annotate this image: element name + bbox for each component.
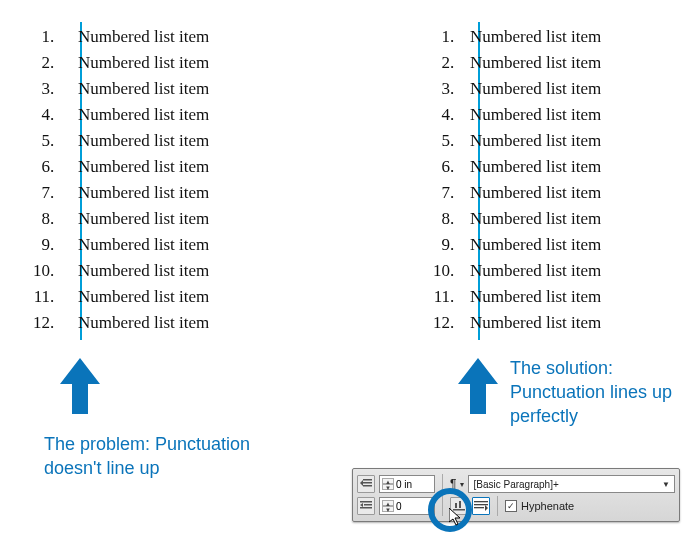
list-item: 1.Numbered list item <box>28 24 209 50</box>
align-to-baseline-icon[interactable] <box>450 497 468 515</box>
first-line-indent-icon[interactable] <box>357 497 375 515</box>
list-number: 5 <box>442 128 451 154</box>
period-icon: . <box>50 50 54 76</box>
list-number: 11 <box>434 284 450 310</box>
up-arrow-icon <box>60 358 100 414</box>
list-text: Numbered list item <box>456 310 601 336</box>
list-text: Numbered list item <box>456 128 601 154</box>
spinner-down-icon[interactable]: ▼ <box>382 506 394 512</box>
list-number: 1 <box>28 24 50 50</box>
chevron-down-icon: ▼ <box>662 480 670 489</box>
list-column-problem: 1.Numbered list item 2.Numbered list ite… <box>28 24 209 336</box>
list-item: 9.Numbered list item <box>28 232 209 258</box>
caption-solution: The solution: Punctuation lines up perfe… <box>510 356 690 428</box>
list-text: Numbered list item <box>64 258 209 284</box>
svg-rect-10 <box>474 504 488 505</box>
left-indent-input[interactable] <box>396 479 432 490</box>
list-text: Numbered list item <box>64 206 209 232</box>
svg-rect-3 <box>360 501 372 503</box>
list-number: 9 <box>28 232 50 258</box>
list-number: 12 <box>433 310 450 336</box>
list-text: Numbered list item <box>456 24 601 50</box>
list-text: Numbered list item <box>456 206 601 232</box>
list-number: 4 <box>442 102 451 128</box>
paragraph-style-name: [Basic Paragraph]+ <box>473 479 558 490</box>
list-item: 4.Numbered list item <box>420 102 601 128</box>
left-indent-icon[interactable] <box>357 475 375 493</box>
list-text: Numbered list item <box>64 76 209 102</box>
list-item: 9.Numbered list item <box>420 232 601 258</box>
svg-rect-11 <box>474 507 484 508</box>
list-number: 1 <box>442 24 451 50</box>
svg-rect-7 <box>455 503 457 508</box>
list-number: 7 <box>442 180 451 206</box>
list-number: 12 <box>28 310 50 336</box>
paragraph-style-select[interactable]: [Basic Paragraph]+ ▼ <box>468 475 675 493</box>
list-item: 1.Numbered list item <box>420 24 601 50</box>
list-text: Numbered list item <box>456 50 601 76</box>
list-number: 11 <box>28 284 50 310</box>
period-icon: . <box>50 258 54 284</box>
svg-rect-6 <box>453 509 465 511</box>
period-icon: . <box>50 102 54 128</box>
list-text: Numbered list item <box>456 284 601 310</box>
list-number: 6 <box>28 154 50 180</box>
list-item: 12.Numbered list item <box>28 310 209 336</box>
list-text: Numbered list item <box>64 310 209 336</box>
list-number: 6 <box>442 154 451 180</box>
list-item: 6.Numbered list item <box>420 154 601 180</box>
list-text: Numbered list item <box>456 154 601 180</box>
period-icon: . <box>50 128 54 154</box>
list-item: 5.Numbered list item <box>28 128 209 154</box>
first-line-indent-input[interactable] <box>396 501 432 512</box>
left-indent-field[interactable]: ▲▼ <box>379 475 435 493</box>
last-line-right-indent-button[interactable] <box>472 497 490 515</box>
period-icon: . <box>50 76 54 102</box>
list-item: 7.Numbered list item <box>28 180 209 206</box>
list-text: Numbered list item <box>64 284 209 310</box>
pilcrow-icon: ¶ <box>450 477 456 491</box>
list-number: 8 <box>28 206 50 232</box>
period-icon: . <box>50 206 54 232</box>
list-text: Numbered list item <box>64 128 209 154</box>
list-item: 4.Numbered list item <box>28 102 209 128</box>
list-item: 3.Numbered list item <box>420 76 601 102</box>
list-item: 10.Numbered list item <box>28 258 209 284</box>
period-icon: . <box>50 232 54 258</box>
list-text: Numbered list item <box>456 180 601 206</box>
spinner-down-icon[interactable]: ▼ <box>382 484 394 490</box>
dropdown-icon[interactable]: ▾ <box>460 480 464 489</box>
list-item: 8.Numbered list item <box>420 206 601 232</box>
list-item: 3.Numbered list item <box>28 76 209 102</box>
svg-rect-4 <box>364 504 372 506</box>
list-item: 5.Numbered list item <box>420 128 601 154</box>
up-arrow-icon <box>458 358 498 414</box>
list-item: 11.Numbered list item <box>420 284 601 310</box>
hyphenate-label: Hyphenate <box>521 500 574 512</box>
period-icon: . <box>50 154 54 180</box>
period-icon: . <box>50 284 54 310</box>
period-icon: . <box>50 310 54 336</box>
list-number: 2 <box>442 50 451 76</box>
paragraph-panel: ▲▼ ¶ ▾ [Basic Paragraph]+ ▼ ▲▼ ✓ Hyphena… <box>352 468 680 528</box>
svg-rect-5 <box>360 507 372 509</box>
list-item: 2.Numbered list item <box>28 50 209 76</box>
period-icon: . <box>50 180 54 206</box>
list-text: Numbered list item <box>456 76 601 102</box>
list-number: 7 <box>28 180 50 206</box>
list-column-solution: 1.Numbered list item 2.Numbered list ite… <box>420 24 601 336</box>
list-number: 4 <box>28 102 50 128</box>
list-text: Numbered list item <box>64 102 209 128</box>
svg-rect-1 <box>363 482 372 484</box>
list-number: 8 <box>442 206 451 232</box>
first-line-indent-field[interactable]: ▲▼ <box>379 497 435 515</box>
period-icon: . <box>50 24 54 50</box>
list-number: 10 <box>433 258 450 284</box>
caption-problem: The problem: Punctuation doesn't line up <box>44 432 254 480</box>
list-number: 3 <box>442 76 451 102</box>
hyphenate-checkbox[interactable]: ✓ <box>505 500 517 512</box>
svg-rect-8 <box>459 501 461 508</box>
svg-rect-0 <box>363 479 372 481</box>
list-number: 10 <box>28 258 50 284</box>
list-item: 10.Numbered list item <box>420 258 601 284</box>
